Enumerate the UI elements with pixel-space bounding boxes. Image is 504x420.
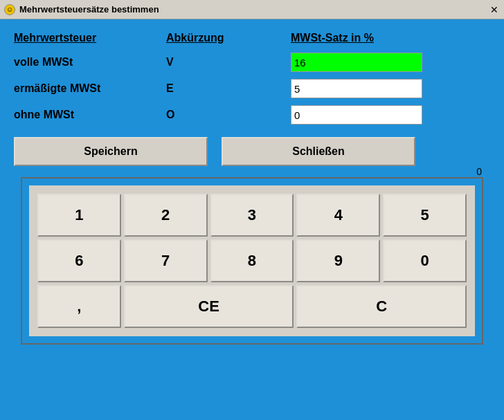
abbrev-volle-mwst: V <box>166 56 291 69</box>
numpad-0[interactable]: 0 <box>383 239 467 282</box>
numpad-3[interactable]: 3 <box>210 194 294 237</box>
numpad-grid: 1 2 3 4 5 6 7 8 9 0 , CE C <box>37 194 467 328</box>
numpad-1[interactable]: 1 <box>37 194 121 237</box>
row-ohne-mwst: ohne MWSt O <box>14 105 490 125</box>
title-bar: ☺ Mehrwertsteuersätze bestimmen ✕ <box>0 0 504 19</box>
abbrev-ohne-mwst: O <box>166 109 291 121</box>
numpad-8[interactable]: 8 <box>210 239 294 282</box>
input-volle-mwst[interactable] <box>291 53 422 72</box>
button-row: Speichern Schließen <box>14 137 490 166</box>
numpad-ce[interactable]: CE <box>124 285 294 328</box>
numpad-5[interactable]: 5 <box>383 194 467 237</box>
abbrev-ermaessigte-mwst: E <box>166 82 291 95</box>
input-ermaessigte-mwst[interactable] <box>291 79 422 98</box>
numpad-display-label: 0 <box>476 166 482 177</box>
numpad-container: 0 1 2 3 4 5 6 7 8 9 0 , CE C <box>21 177 483 345</box>
numpad-outer: 1 2 3 4 5 6 7 8 9 0 , CE C <box>21 177 483 345</box>
main-content: Mehrwertsteuer Abkürzung MWSt-Satz in % … <box>0 19 504 351</box>
input-volle-mwst-wrapper <box>291 53 422 72</box>
numpad-c[interactable]: C <box>296 285 467 328</box>
close-button[interactable]: ✕ <box>489 4 500 15</box>
row-ermaessigte-mwst: ermäßigte MWSt E <box>14 79 490 98</box>
form-section: Mehrwertsteuer Abkürzung MWSt-Satz in % … <box>14 32 490 166</box>
window-title: Mehrwertsteuersätze bestimmen <box>19 4 159 15</box>
numpad-4[interactable]: 4 <box>296 194 380 237</box>
close-dialog-button[interactable]: Schließen <box>222 137 415 166</box>
input-ermaessigte-mwst-wrapper <box>291 79 422 98</box>
numpad-comma[interactable]: , <box>37 285 121 328</box>
header-col1: Mehrwertsteuer <box>14 32 166 44</box>
input-ohne-mwst-wrapper <box>291 105 422 125</box>
header-col2: Abkürzung <box>166 32 291 44</box>
numpad-2[interactable]: 2 <box>124 194 208 237</box>
label-ermaessigte-mwst: ermäßigte MWSt <box>14 82 166 95</box>
label-ohne-mwst: ohne MWSt <box>14 109 166 121</box>
numpad-6[interactable]: 6 <box>37 239 121 282</box>
header-row: Mehrwertsteuer Abkürzung MWSt-Satz in % <box>14 32 490 44</box>
save-button[interactable]: Speichern <box>14 137 208 166</box>
numpad-inner: 1 2 3 4 5 6 7 8 9 0 , CE C <box>29 185 475 336</box>
app-icon: ☺ <box>4 4 15 15</box>
input-ohne-mwst[interactable] <box>291 105 422 125</box>
numpad-9[interactable]: 9 <box>296 239 380 282</box>
numpad-7[interactable]: 7 <box>124 239 208 282</box>
header-col3: MWSt-Satz in % <box>291 32 429 44</box>
row-volle-mwst: volle MWSt V <box>14 53 490 72</box>
label-volle-mwst: volle MWSt <box>14 56 166 69</box>
